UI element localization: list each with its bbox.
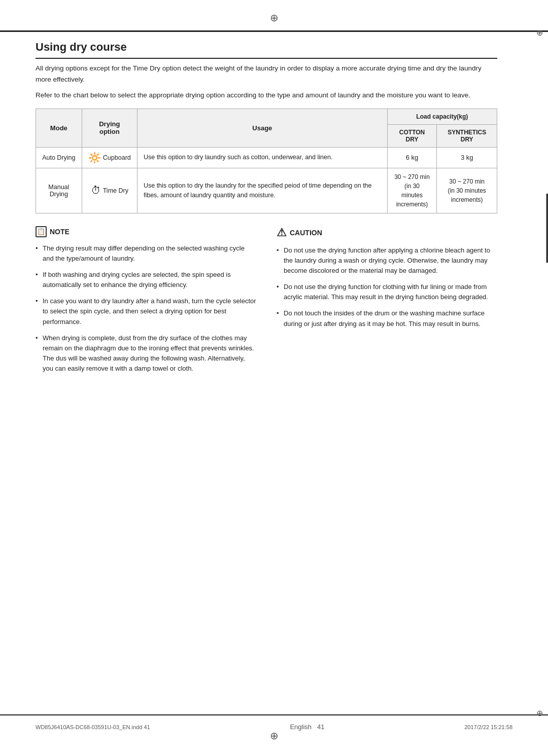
col-load-capacity: Load capacity(kg) <box>387 109 497 124</box>
right-crosshair-top: ⊕ <box>536 28 543 38</box>
col-synthetics-dry: SYNTHETICS DRY <box>437 124 497 147</box>
caution-triangle-icon: ⚠ <box>277 226 287 239</box>
cotton-manual: 30 ~ 270 min(in 30 minutesincrements) <box>387 168 437 213</box>
table-row: Auto Drying 🔆 Cupboard Use this option t… <box>36 147 497 168</box>
notes-caution-section: 📋 NOTE The drying result may differ depe… <box>36 226 497 380</box>
section-title: Using dry course <box>36 41 497 59</box>
option-timedry: ⏱ Time Dry <box>82 168 137 213</box>
caution-header: ⚠ CAUTION <box>277 226 497 239</box>
note-item: The drying result may differ depending o… <box>36 243 256 264</box>
synthetics-auto: 3 kg <box>437 147 497 168</box>
bottom-border <box>0 714 548 715</box>
table-row: Manual Drying ⏱ Time Dry Use this option… <box>36 168 497 213</box>
intro-paragraph-2: Refer to the chart below to select the a… <box>36 90 497 101</box>
footer-page-number: 41 <box>317 723 324 731</box>
crosshair-bottom-icon: ⊕ <box>269 731 279 741</box>
col-cotton-dry: COTTON DRY <box>387 124 437 147</box>
footer-language: English <box>290 723 312 731</box>
col-drying-option: Drying option <box>82 109 137 147</box>
note-item: If both washing and drying cycles are se… <box>36 270 256 290</box>
mode-manual: Manual Drying <box>36 168 82 213</box>
footer-date: 2017/2/22 15:21:58 <box>464 724 512 730</box>
col-usage: Usage <box>137 109 387 147</box>
bottom-crosshair: ⊕ <box>269 731 279 741</box>
cotton-auto: 6 kg <box>387 147 437 168</box>
right-crosshair-bottom: ⊕ <box>536 708 543 718</box>
caution-section: ⚠ CAUTION Do not use the drying function… <box>277 226 497 380</box>
timedry-icon: ⏱ <box>91 185 101 196</box>
top-border <box>0 30 548 32</box>
cupboard-icon: 🔆 <box>88 152 101 164</box>
caution-item: Do not touch the insides of the drum or … <box>277 308 497 329</box>
caution-list: Do not use the drying function after app… <box>277 245 497 329</box>
note-item: In case you want to dry laundry after a … <box>36 296 256 327</box>
note-icon: 📋 <box>36 226 47 237</box>
caution-label: CAUTION <box>290 229 322 237</box>
footer-page-info: English 41 <box>290 723 324 731</box>
dry-course-table: Mode Drying option Usage Load capacity(k… <box>36 109 497 213</box>
note-section: 📋 NOTE The drying result may differ depe… <box>36 226 256 380</box>
caution-item: Do not use the drying function for cloth… <box>277 282 497 302</box>
sidebar-label: Maintenance <box>546 194 548 263</box>
main-content: Using dry course All drying options exce… <box>0 0 533 430</box>
top-crosshair: ⊕ <box>269 13 279 23</box>
sidebar-wrapper: Maintenance <box>532 177 548 279</box>
mode-auto: Auto Drying <box>36 147 82 168</box>
usage-auto: Use this option to dry laundry such as c… <box>137 147 387 168</box>
caution-item: Do not use the drying function after app… <box>277 245 497 276</box>
page: ⊕ Maintenance ⊕ ⊕ Using dry course All d… <box>0 0 548 756</box>
col-mode: Mode <box>36 109 82 147</box>
note-item: When drying is complete, dust from the d… <box>36 333 256 374</box>
footer-file-info: WD85J6410AS-DC68-03591U-03_EN.indd 41 <box>36 724 150 730</box>
note-header: 📋 NOTE <box>36 226 256 237</box>
option-cupboard: 🔆 Cupboard <box>82 147 137 168</box>
note-list: The drying result may differ depending o… <box>36 243 256 374</box>
crosshair-icon: ⊕ <box>269 13 279 23</box>
intro-paragraph-1: All drying options except for the Time D… <box>36 63 497 85</box>
synthetics-manual: 30 ~ 270 min(in 30 minutesincrements) <box>437 168 497 213</box>
note-label: NOTE <box>50 228 70 236</box>
usage-manual: Use this option to dry the laundry for t… <box>137 168 387 213</box>
